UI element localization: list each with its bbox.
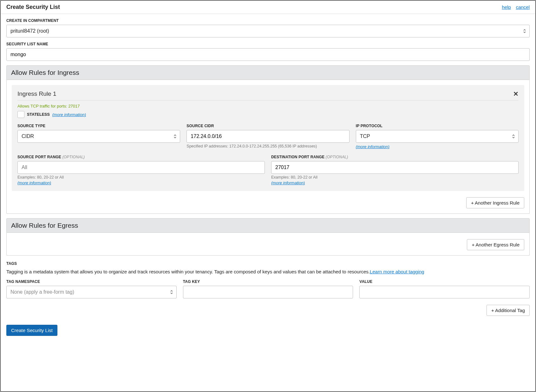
dest-port-more-info[interactable]: (more information)	[271, 180, 305, 185]
chevron-updown-icon	[523, 29, 526, 33]
source-type-label: SOURCE TYPE	[17, 124, 180, 128]
rule-summary: Allows TCP traffic for ports: 27017	[17, 104, 519, 108]
egress-header: Allow Rules for Egress	[6, 218, 530, 233]
source-type-select[interactable]: CIDR	[17, 130, 180, 143]
add-egress-rule-button[interactable]: + Another Egress Rule	[467, 239, 524, 250]
tag-namespace-field: TAG NAMESPACE None (apply a free-form ta…	[6, 279, 177, 298]
compartment-field: CREATE IN COMPARTMENT pritunl8472 (root)	[6, 18, 530, 37]
tag-namespace-label: TAG NAMESPACE	[6, 279, 177, 284]
modal-body: CREATE IN COMPARTMENT pritunl8472 (root)…	[1, 14, 535, 391]
ip-protocol-value: TCP	[360, 134, 370, 139]
tags-description: Tagging is a metadata system that allows…	[6, 269, 530, 274]
help-link[interactable]: help	[502, 4, 511, 10]
cidr-hint: Specified IP addresses: 172.24.0.0-172.2…	[186, 144, 349, 148]
protocol-more-info[interactable]: (more information)	[356, 144, 389, 149]
close-icon[interactable]: ✕	[513, 90, 519, 98]
tag-key-label: TAG KEY	[183, 279, 353, 284]
stateless-more-info[interactable]: (more information)	[52, 112, 86, 117]
source-type-value: CIDR	[22, 134, 34, 139]
source-type-field: SOURCE TYPE CIDR	[17, 124, 180, 149]
learn-more-tagging-link[interactable]: Learn more about tagging	[370, 269, 424, 274]
egress-add-row: + Another Egress Rule	[12, 239, 524, 250]
add-tag-button[interactable]: + Additional Tag	[487, 305, 530, 316]
add-ingress-rule-button[interactable]: + Another Ingress Rule	[466, 197, 524, 208]
chevron-updown-icon	[173, 134, 177, 139]
name-input[interactable]	[10, 49, 526, 61]
ip-protocol-select[interactable]: TCP	[356, 130, 519, 143]
source-port-label: SOURCE PORT RANGE (OPTIONAL)	[17, 155, 265, 159]
modal-header: Create Security List help cancel	[1, 1, 535, 14]
dest-port-hint: Examples: 80, 20-22 or All	[271, 175, 519, 180]
ip-protocol-label: IP PROTOCOL	[356, 124, 519, 128]
chevron-updown-icon	[170, 290, 173, 294]
dest-port-label: DESTINATION PORT RANGE (OPTIONAL)	[271, 155, 519, 159]
tag-key-wrap	[183, 286, 353, 298]
tags-row: TAG NAMESPACE None (apply a free-form ta…	[6, 279, 530, 298]
dest-port-wrap	[271, 161, 519, 174]
ip-protocol-field: IP PROTOCOL TCP (more information)	[356, 124, 519, 149]
dest-port-input[interactable]	[275, 161, 514, 173]
source-port-more-info[interactable]: (more information)	[17, 180, 51, 185]
tag-value-label: VALUE	[359, 279, 530, 284]
source-port-wrap	[17, 161, 265, 174]
rule-row-1: SOURCE TYPE CIDR SOURCE CIDR	[17, 124, 519, 149]
dest-port-field: DESTINATION PORT RANGE (OPTIONAL) Exampl…	[271, 155, 519, 185]
tag-key-field: TAG KEY	[183, 279, 353, 298]
compartment-select[interactable]: pritunl8472 (root)	[6, 25, 530, 37]
rule-head: Ingress Rule 1 ✕	[17, 90, 519, 101]
source-port-hint: Examples: 80, 20-22 or All	[17, 175, 265, 180]
source-cidr-wrap	[186, 130, 349, 143]
create-security-list-modal: Create Security List help cancel CREATE …	[0, 0, 536, 392]
tag-value-wrap	[359, 286, 530, 298]
ingress-panel: Ingress Rule 1 ✕ Allows TCP traffic for …	[6, 80, 530, 214]
compartment-label: CREATE IN COMPARTMENT	[6, 18, 530, 23]
cancel-link[interactable]: cancel	[516, 4, 530, 10]
source-port-input[interactable]	[22, 161, 261, 173]
source-port-field: SOURCE PORT RANGE (OPTIONAL) Examples: 8…	[17, 155, 265, 185]
source-cidr-input[interactable]	[191, 130, 345, 142]
rule-row-2: SOURCE PORT RANGE (OPTIONAL) Examples: 8…	[17, 155, 519, 185]
tag-namespace-value: None (apply a free-form tag)	[10, 289, 74, 295]
stateless-row: STATELESS (more information)	[17, 111, 519, 118]
ingress-add-row: + Another Ingress Rule	[12, 197, 524, 208]
create-security-list-button[interactable]: Create Security List	[6, 325, 57, 336]
name-input-wrap	[6, 48, 530, 61]
tag-value-input[interactable]	[363, 286, 526, 298]
source-cidr-label: SOURCE CIDR	[186, 124, 349, 128]
modal-title: Create Security List	[6, 4, 60, 10]
tag-value-field: VALUE	[359, 279, 530, 298]
name-label: SECURITY LIST NAME	[6, 42, 530, 46]
ingress-rule-1: Ingress Rule 1 ✕ Allows TCP traffic for …	[12, 85, 524, 191]
compartment-value: pritunl8472 (root)	[10, 28, 49, 34]
source-cidr-field: SOURCE CIDR Specified IP addresses: 172.…	[186, 124, 349, 149]
tag-key-input[interactable]	[187, 286, 349, 298]
stateless-checkbox[interactable]	[17, 111, 24, 118]
tags-heading: TAGS	[6, 261, 530, 266]
modal-footer: Create Security List	[6, 325, 530, 336]
tags-add-row: + Additional Tag	[6, 305, 530, 316]
chevron-updown-icon	[512, 134, 515, 139]
name-field: SECURITY LIST NAME	[6, 42, 530, 61]
egress-panel: + Another Egress Rule	[6, 233, 530, 256]
stateless-label: STATELESS	[27, 112, 50, 117]
rule-title: Ingress Rule 1	[17, 90, 56, 97]
ingress-header: Allow Rules for Ingress	[6, 65, 530, 80]
tag-namespace-select[interactable]: None (apply a free-form tag)	[6, 286, 177, 298]
header-links: help cancel	[498, 4, 530, 10]
